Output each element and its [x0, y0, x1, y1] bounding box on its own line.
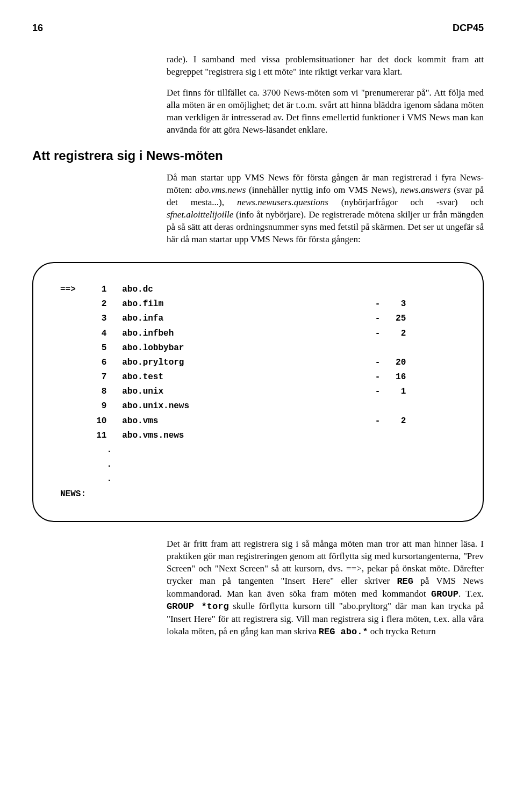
paragraph-3: Då man startar upp VMS News för första g… [167, 172, 484, 246]
italic-term: news.answers [400, 185, 451, 195]
italic-term: sfnet.aloittelijoille [167, 209, 233, 220]
doc-code: DCP45 [453, 21, 484, 34]
italic-term: news.newusers.questions [237, 197, 328, 207]
mono-term: GROUP [431, 589, 458, 599]
body-column: rade). I samband med vissa problemsituat… [167, 54, 484, 136]
mono-term: GROUP *torg [167, 601, 229, 612]
page-header: 16 DCP45 [32, 21, 484, 34]
mono-term: REG [397, 576, 413, 586]
text: och trycka Return [368, 626, 436, 636]
terminal-output: ==> 1 abo.dc 2 abo.film - 3 3 abo.infa -… [32, 262, 484, 522]
paragraph-1: rade). I samband med vissa problemsituat… [167, 54, 484, 78]
text: (nybörjarfrågor och -svar) och [328, 197, 484, 207]
section-heading: Att registrera sig i News-möten [32, 147, 484, 164]
text: . T.ex. [458, 589, 484, 599]
body-column-2: Då man startar upp VMS News för första g… [167, 172, 484, 246]
paragraph-4: Det är fritt fram att registrera sig i s… [167, 538, 484, 639]
body-column-3: Det är fritt fram att registrera sig i s… [167, 538, 484, 639]
mono-term: REG abo.* [319, 627, 368, 637]
page-number: 16 [32, 21, 43, 34]
paragraph-2: Det finns för tillfället ca. 3700 News-m… [167, 87, 484, 136]
italic-term: abo.vms.news [195, 185, 246, 195]
text: (innehåller nyttig info om VMS News), [246, 185, 400, 195]
